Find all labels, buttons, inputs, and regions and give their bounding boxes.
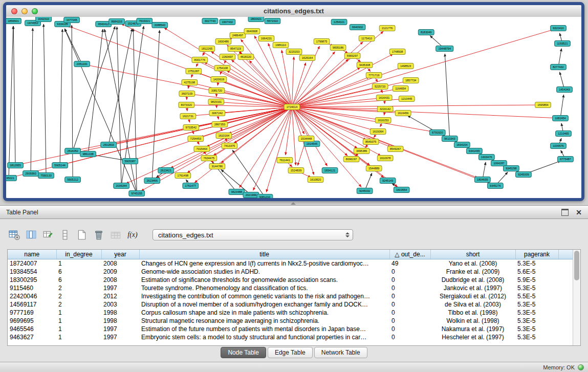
table-cell[interactable]: 1998 bbox=[101, 317, 139, 325]
network-node[interactable]: 9861038 bbox=[80, 151, 96, 157]
table-cell[interactable]: 18724007 bbox=[8, 259, 56, 268]
network-edge[interactable] bbox=[194, 107, 292, 183]
network-node[interactable]: 7611441 bbox=[277, 158, 293, 163]
table-cell[interactable]: 1997 bbox=[101, 325, 139, 333]
network-edge[interactable] bbox=[152, 30, 160, 181]
network-node[interactable]: 1626164 bbox=[299, 55, 315, 61]
table-row[interactable]: 977716911998Corpus callosum shape and si… bbox=[8, 309, 573, 317]
delete-table-button[interactable] bbox=[92, 228, 106, 242]
table-cell[interactable]: 2003 bbox=[101, 300, 139, 309]
network-node[interactable]: 1603476 bbox=[478, 155, 494, 160]
network-edge[interactable] bbox=[292, 107, 357, 148]
network-node[interactable]: 8183049 bbox=[418, 30, 434, 35]
network-node[interactable]: 8549267 bbox=[387, 146, 403, 152]
network-node[interactable]: 1498523 bbox=[398, 63, 413, 69]
network-node[interactable]: 1812265 bbox=[199, 46, 215, 52]
show-columns-button[interactable] bbox=[24, 228, 38, 242]
network-edge[interactable] bbox=[9, 26, 13, 178]
network-node[interactable]: 7603321 bbox=[137, 18, 153, 24]
table-cell[interactable]: Dudbridge et al. (2008) bbox=[430, 276, 515, 284]
table-cell[interactable]: 22420046 bbox=[8, 292, 56, 300]
network-node[interactable]: 9733542 bbox=[183, 125, 199, 130]
network-node[interactable]: 1986110 bbox=[273, 42, 289, 48]
network-node[interactable]: 1907432 bbox=[220, 19, 235, 25]
network-node[interactable]: 6640932 bbox=[350, 25, 365, 30]
network-node[interactable]: 9345298 bbox=[503, 166, 519, 171]
network-node[interactable]: 3388540 bbox=[152, 23, 168, 28]
table-cell[interactable]: 5.3E-5 bbox=[515, 333, 558, 341]
network-node[interactable]: 8096197 bbox=[343, 157, 359, 162]
network-node[interactable]: 2021999 bbox=[243, 192, 259, 198]
network-node[interactable]: 2260697 bbox=[220, 54, 235, 60]
network-node[interactable]: 1534448 bbox=[298, 136, 314, 142]
network-node[interactable]: 9245009 bbox=[515, 172, 531, 178]
column-header-name[interactable]: name bbox=[8, 250, 56, 259]
table-cell[interactable]: Embryonic stem cells: a model to study s… bbox=[139, 333, 389, 341]
table-row[interactable]: 946554611997Estimation of the future num… bbox=[8, 325, 573, 333]
network-node[interactable]: 9341465 bbox=[466, 148, 482, 154]
table-cell[interactable]: 1 bbox=[56, 309, 101, 317]
network-node[interactable]: 3042310 bbox=[36, 17, 52, 22]
network-node[interactable]: 4618220 bbox=[238, 54, 254, 60]
table-cell[interactable]: 2009 bbox=[101, 268, 139, 276]
network-edge[interactable] bbox=[292, 107, 361, 187]
table-cell[interactable]: 5.3E-5 bbox=[515, 317, 558, 325]
network-node[interactable]: 2502833 bbox=[101, 142, 117, 148]
column-header-pagerank[interactable]: pagerank bbox=[515, 250, 558, 259]
table-cell[interactable]: 14569117 bbox=[8, 300, 56, 309]
network-node[interactable]: 5905212 bbox=[65, 177, 81, 183]
network-node[interactable]: 1914545 bbox=[304, 141, 320, 147]
table-cell[interactable]: 9115460 bbox=[8, 284, 56, 292]
network-node[interactable]: 2800421 bbox=[248, 17, 264, 22]
table-cell[interactable]: Hescheler et al. (1997) bbox=[430, 333, 515, 341]
table-cell[interactable]: 0 bbox=[389, 276, 430, 284]
network-node[interactable]: 7254453 bbox=[188, 136, 204, 142]
column-header-title[interactable]: title bbox=[139, 250, 389, 259]
table-cell[interactable]: Estimation of the future numbers of pati… bbox=[139, 325, 389, 333]
network-node[interactable]: 1610820 bbox=[308, 177, 323, 183]
table-cell[interactable]: 2 bbox=[56, 284, 101, 292]
table-cell[interactable]: 1997 bbox=[101, 284, 139, 292]
network-edge[interactable] bbox=[117, 27, 121, 186]
network-node[interactable]: 9435308 bbox=[357, 62, 373, 68]
network-node[interactable]: 1619364 bbox=[370, 129, 386, 135]
table-cell[interactable]: 5.3E-5 bbox=[515, 284, 558, 292]
table-row[interactable]: 946362711997Embryonic stem cells: a mode… bbox=[8, 333, 573, 341]
network-node[interactable]: 9144786 bbox=[209, 164, 225, 169]
network-node[interactable]: 2486497 bbox=[230, 33, 246, 38]
table-cell[interactable]: 18300295 bbox=[8, 276, 56, 284]
network-node[interactable]: 1616431 bbox=[376, 95, 392, 101]
scrollbar-thumb[interactable] bbox=[574, 251, 579, 280]
network-node[interactable]: 7015464 bbox=[194, 146, 210, 152]
table-row[interactable]: 1456911722003Disruption of a novel membe… bbox=[8, 300, 573, 309]
network-node[interactable]: 1834154 bbox=[454, 142, 470, 148]
network-node[interactable]: 1812955 bbox=[8, 163, 24, 168]
table-cell[interactable]: 1 bbox=[56, 325, 101, 333]
network-node[interactable]: 1610978 bbox=[377, 156, 393, 161]
table-cell[interactable]: 1997 bbox=[101, 333, 139, 341]
network-node[interactable]: 1544889 bbox=[366, 166, 382, 171]
table-row[interactable]: 969969511998Structural magnetic resonanc… bbox=[8, 317, 573, 325]
network-node[interactable]: 8684203 bbox=[109, 19, 125, 25]
network-node[interactable]: 8547119 bbox=[228, 46, 244, 52]
network-node[interactable]: 9623488 bbox=[229, 189, 245, 195]
network-node[interactable]: 2516052 bbox=[65, 148, 81, 154]
table-cell[interactable]: 1 bbox=[56, 333, 101, 341]
network-node[interactable]: 1761477 bbox=[183, 183, 199, 189]
table-cell[interactable]: de Silva et al. (2003) bbox=[430, 300, 515, 309]
table-cell[interactable]: 2008 bbox=[101, 259, 139, 268]
network-node[interactable]: 1616253 bbox=[375, 118, 391, 123]
network-edge[interactable] bbox=[141, 107, 292, 191]
network-node[interactable]: 1193521 bbox=[555, 41, 571, 47]
network-node[interactable]: 1664231 bbox=[258, 36, 274, 41]
network-node[interactable]: 1857734 bbox=[403, 78, 419, 83]
table-cell[interactable]: 1998 bbox=[101, 309, 139, 317]
network-node[interactable]: 9245143 bbox=[380, 178, 396, 184]
network-node[interactable]: 1064287 bbox=[491, 161, 507, 166]
network-node[interactable]: 7634475 bbox=[201, 156, 217, 161]
table-cell[interactable]: 0 bbox=[389, 333, 430, 341]
table-cell[interactable]: 6 bbox=[56, 268, 101, 276]
add-column-button[interactable] bbox=[41, 228, 55, 242]
network-node[interactable]: 7590133 bbox=[38, 173, 54, 179]
table-cell[interactable]: Genome-wide association studies in ADHD. bbox=[139, 268, 389, 276]
